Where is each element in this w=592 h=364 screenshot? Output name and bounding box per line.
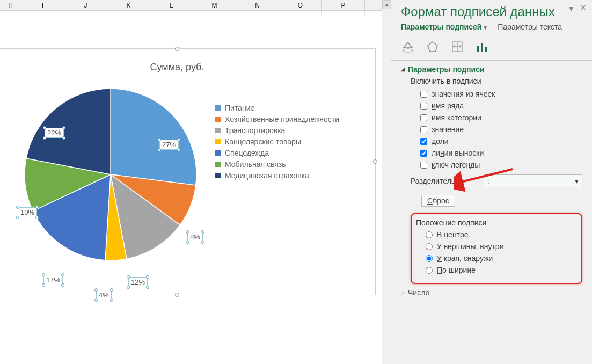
cell[interactable] (0, 11, 21, 16)
cell[interactable] (21, 11, 64, 16)
reset-button[interactable]: Сброс (421, 195, 455, 207)
svg-marker-1 (428, 42, 437, 52)
pane-menu-icon[interactable]: ▼ (567, 4, 575, 13)
separator-dropdown[interactable]: ;▾ (484, 174, 582, 187)
cell[interactable] (193, 11, 236, 16)
col-header[interactable]: N (236, 0, 279, 10)
size-properties-icon[interactable] (450, 40, 464, 54)
data-label[interactable]: 12% (128, 277, 148, 287)
col-header[interactable]: O (279, 0, 322, 10)
effects-icon[interactable] (426, 40, 440, 54)
tab-text-options[interactable]: Параметры текста (498, 23, 562, 31)
cell[interactable] (236, 11, 279, 16)
data-label[interactable]: 27% (159, 140, 179, 150)
column-headers: H I J K L M N O P (0, 0, 391, 11)
svg-point-0 (403, 49, 413, 52)
radio-outside-end[interactable]: У края, снаружи (426, 254, 577, 263)
cell[interactable] (279, 11, 322, 16)
legend-item: Хозяйственные принадлежности (215, 115, 339, 123)
legend-item: Канцелярские товары (215, 137, 339, 146)
close-icon[interactable]: ✕ (580, 3, 587, 12)
scroll-up-icon[interactable]: ▲ (382, 0, 391, 9)
legend-item: Медицинская страховка (215, 171, 339, 180)
col-header[interactable]: H (0, 0, 21, 10)
row-strip (0, 11, 391, 16)
radio-inside-end[interactable]: У вершины, внутри (426, 242, 577, 251)
include-in-label: Включить в подписи (411, 77, 582, 85)
cell[interactable] (107, 11, 150, 16)
radio-center[interactable]: В центре (426, 230, 577, 239)
section-number[interactable]: ▷Число (401, 288, 582, 297)
radio-best-fit[interactable]: По ширине (426, 266, 577, 274)
chart-object[interactable]: Сумма, руб. Питание Хозяйственные принад… (0, 48, 376, 295)
chk-value[interactable]: значение (420, 125, 582, 134)
chk-values-from-cells[interactable]: значения из ячеек (420, 90, 582, 98)
chk-series-name[interactable]: имя ряда (420, 101, 582, 110)
label-options-icon[interactable] (475, 40, 489, 54)
chk-category-name[interactable]: имя категории (420, 113, 582, 122)
pie-chart[interactable] (22, 86, 199, 263)
worksheet-area: H I J K L M N O P Сумма, руб. Питание Хо (0, 0, 391, 364)
col-header[interactable]: L (150, 0, 193, 10)
legend-item: Транспортировка (215, 126, 339, 135)
data-label[interactable]: 17% (43, 275, 63, 285)
cell[interactable] (64, 11, 107, 16)
legend-item: Мобильная связь (215, 160, 339, 169)
data-label[interactable]: 8% (187, 232, 203, 242)
pane-title: Формат подписей данных (391, 0, 592, 19)
legend-item: Питание (215, 104, 339, 112)
col-header[interactable]: M (193, 0, 236, 10)
section-label-options[interactable]: ◢Параметры подписи (401, 65, 582, 74)
col-header[interactable]: P (322, 0, 365, 10)
col-header[interactable]: I (21, 0, 64, 10)
data-label[interactable]: 10% (18, 207, 37, 217)
tab-label-options[interactable]: Параметры подписей▼ (401, 23, 488, 31)
col-header[interactable]: J (64, 0, 107, 10)
cell[interactable] (150, 11, 193, 16)
chk-leader-lines[interactable]: линии выноски (420, 149, 582, 157)
svg-rect-4 (481, 43, 483, 52)
label-position-group: Положение подписи В центре У вершины, вн… (411, 213, 582, 284)
legend[interactable]: Питание Хозяйственные принадлежности Тра… (215, 101, 339, 183)
fill-line-icon[interactable] (401, 40, 415, 54)
data-label[interactable]: 4% (96, 290, 112, 300)
svg-rect-5 (485, 47, 487, 52)
vertical-scrollbar[interactable]: ▲ (382, 0, 391, 364)
legend-item: Спецодежда (215, 149, 339, 157)
format-pane: ▼ ✕ Формат подписей данных Параметры под… (391, 0, 592, 364)
svg-rect-3 (477, 46, 479, 52)
col-header[interactable]: K (107, 0, 150, 10)
data-label[interactable]: 22% (45, 128, 64, 138)
chk-percentage[interactable]: доли (420, 137, 582, 145)
pane-category-icons (391, 37, 592, 60)
separator-label: Разделитель (411, 177, 475, 185)
chk-legend-key[interactable]: ключ легенды (420, 161, 582, 169)
position-title: Положение подписи (416, 219, 577, 227)
cell[interactable] (322, 11, 365, 16)
chevron-down-icon: ▾ (575, 177, 579, 185)
